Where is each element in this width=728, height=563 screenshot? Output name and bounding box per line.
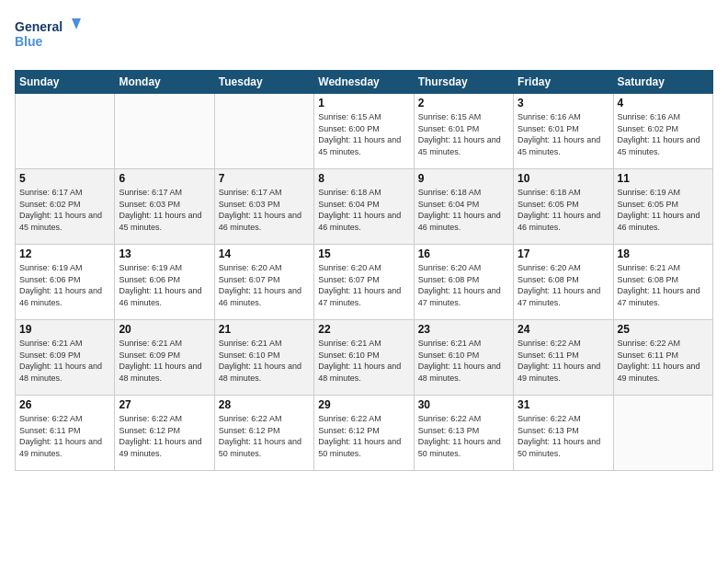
day-cell-w1-d3 xyxy=(214,94,313,169)
week-row-3: 12 Sunrise: 6:19 AMSunset: 6:06 PMDaylig… xyxy=(16,245,713,320)
day-number: 28 xyxy=(219,398,310,411)
calendar-header-row: SundayMondayTuesdayWednesdayThursdayFrid… xyxy=(16,71,713,94)
day-number: 5 xyxy=(19,172,110,185)
day-cell-w2-d4: 8 Sunrise: 6:18 AMSunset: 6:04 PMDayligh… xyxy=(314,169,414,245)
day-info: Sunrise: 6:19 AMSunset: 6:06 PMDaylight:… xyxy=(119,263,201,307)
day-info: Sunrise: 6:17 AMSunset: 6:03 PMDaylight:… xyxy=(119,188,201,232)
svg-marker-2 xyxy=(72,18,81,29)
day-number: 6 xyxy=(119,172,210,185)
header-thursday: Thursday xyxy=(414,71,513,94)
day-number: 26 xyxy=(19,398,110,411)
week-row-5: 26 Sunrise: 6:22 AMSunset: 6:11 PMDaylig… xyxy=(16,396,713,471)
day-number: 14 xyxy=(219,247,310,260)
day-info: Sunrise: 6:17 AMSunset: 6:02 PMDaylight:… xyxy=(19,188,102,232)
day-cell-w2-d6: 10 Sunrise: 6:18 AMSunset: 6:05 PMDaylig… xyxy=(514,169,613,245)
day-number: 30 xyxy=(418,398,509,411)
day-cell-w3-d7: 18 Sunrise: 6:21 AMSunset: 6:08 PMDaylig… xyxy=(613,245,712,320)
day-number: 15 xyxy=(318,247,409,260)
day-cell-w1-d7: 4 Sunrise: 6:16 AMSunset: 6:02 PMDayligh… xyxy=(613,94,712,169)
day-number: 10 xyxy=(518,172,609,185)
day-number: 4 xyxy=(618,97,709,109)
day-cell-w1-d4: 1 Sunrise: 6:15 AMSunset: 6:00 PMDayligh… xyxy=(314,94,414,169)
day-cell-w5-d6: 31 Sunrise: 6:22 AMSunset: 6:13 PMDaylig… xyxy=(514,396,613,471)
day-info: Sunrise: 6:22 AMSunset: 6:11 PMDaylight:… xyxy=(19,414,102,458)
day-number: 11 xyxy=(618,172,709,185)
day-number: 31 xyxy=(518,398,609,411)
day-cell-w3-d4: 15 Sunrise: 6:20 AMSunset: 6:07 PMDaylig… xyxy=(314,245,414,320)
day-info: Sunrise: 6:22 AMSunset: 6:12 PMDaylight:… xyxy=(219,414,301,458)
day-cell-w1-d1 xyxy=(16,94,115,169)
day-info: Sunrise: 6:22 AMSunset: 6:13 PMDaylight:… xyxy=(518,414,600,458)
day-number: 17 xyxy=(518,247,609,260)
day-cell-w4-d2: 20 Sunrise: 6:21 AMSunset: 6:09 PMDaylig… xyxy=(115,320,214,396)
header-friday: Friday xyxy=(514,71,613,94)
day-info: Sunrise: 6:22 AMSunset: 6:11 PMDaylight:… xyxy=(618,339,700,383)
day-cell-w4-d5: 23 Sunrise: 6:21 AMSunset: 6:10 PMDaylig… xyxy=(414,320,513,396)
day-info: Sunrise: 6:19 AMSunset: 6:06 PMDaylight:… xyxy=(19,263,102,307)
page: General Blue SundayMondayTuesdayWednesda… xyxy=(0,0,728,563)
header-saturday: Saturday xyxy=(613,71,712,94)
day-info: Sunrise: 6:16 AMSunset: 6:02 PMDaylight:… xyxy=(618,112,700,156)
day-number: 16 xyxy=(418,247,509,260)
day-number: 21 xyxy=(219,323,310,336)
day-info: Sunrise: 6:22 AMSunset: 6:11 PMDaylight:… xyxy=(518,339,600,383)
logo: General Blue xyxy=(15,15,88,61)
week-row-4: 19 Sunrise: 6:21 AMSunset: 6:09 PMDaylig… xyxy=(16,320,713,396)
day-info: Sunrise: 6:20 AMSunset: 6:07 PMDaylight:… xyxy=(318,263,401,307)
header-monday: Monday xyxy=(115,71,214,94)
day-info: Sunrise: 6:16 AMSunset: 6:01 PMDaylight:… xyxy=(518,112,600,156)
day-number: 9 xyxy=(418,172,509,185)
day-number: 29 xyxy=(318,398,409,411)
day-cell-w4-d1: 19 Sunrise: 6:21 AMSunset: 6:09 PMDaylig… xyxy=(16,320,115,396)
svg-text:Blue: Blue xyxy=(15,34,43,49)
day-cell-w5-d7 xyxy=(613,396,712,471)
day-cell-w3-d1: 12 Sunrise: 6:19 AMSunset: 6:06 PMDaylig… xyxy=(16,245,115,320)
day-number: 18 xyxy=(618,247,709,260)
day-number: 22 xyxy=(318,323,409,336)
day-info: Sunrise: 6:21 AMSunset: 6:09 PMDaylight:… xyxy=(119,339,201,383)
day-info: Sunrise: 6:21 AMSunset: 6:10 PMDaylight:… xyxy=(318,339,401,383)
day-info: Sunrise: 6:18 AMSunset: 6:04 PMDaylight:… xyxy=(318,188,401,232)
day-cell-w2-d2: 6 Sunrise: 6:17 AMSunset: 6:03 PMDayligh… xyxy=(115,169,214,245)
day-info: Sunrise: 6:19 AMSunset: 6:05 PMDaylight:… xyxy=(618,188,700,232)
day-number: 7 xyxy=(219,172,310,185)
day-cell-w4-d7: 25 Sunrise: 6:22 AMSunset: 6:11 PMDaylig… xyxy=(613,320,712,396)
day-cell-w4-d4: 22 Sunrise: 6:21 AMSunset: 6:10 PMDaylig… xyxy=(314,320,414,396)
day-info: Sunrise: 6:20 AMSunset: 6:07 PMDaylight:… xyxy=(219,263,301,307)
day-info: Sunrise: 6:22 AMSunset: 6:12 PMDaylight:… xyxy=(318,414,401,458)
day-info: Sunrise: 6:21 AMSunset: 6:10 PMDaylight:… xyxy=(219,339,301,383)
header: General Blue xyxy=(15,15,713,61)
day-cell-w3-d3: 14 Sunrise: 6:20 AMSunset: 6:07 PMDaylig… xyxy=(214,245,313,320)
day-info: Sunrise: 6:20 AMSunset: 6:08 PMDaylight:… xyxy=(518,263,600,307)
day-cell-w1-d2 xyxy=(115,94,214,169)
day-cell-w2-d3: 7 Sunrise: 6:17 AMSunset: 6:03 PMDayligh… xyxy=(214,169,313,245)
day-number: 1 xyxy=(318,97,409,109)
day-number: 24 xyxy=(518,323,609,336)
day-cell-w1-d6: 3 Sunrise: 6:16 AMSunset: 6:01 PMDayligh… xyxy=(514,94,613,169)
svg-text:General: General xyxy=(15,19,63,34)
day-cell-w3-d2: 13 Sunrise: 6:19 AMSunset: 6:06 PMDaylig… xyxy=(115,245,214,320)
day-cell-w5-d2: 27 Sunrise: 6:22 AMSunset: 6:12 PMDaylig… xyxy=(115,396,214,471)
header-sunday: Sunday xyxy=(16,71,115,94)
day-cell-w1-d5: 2 Sunrise: 6:15 AMSunset: 6:01 PMDayligh… xyxy=(414,94,513,169)
day-number: 25 xyxy=(618,323,709,336)
day-cell-w3-d5: 16 Sunrise: 6:20 AMSunset: 6:08 PMDaylig… xyxy=(414,245,513,320)
day-info: Sunrise: 6:21 AMSunset: 6:09 PMDaylight:… xyxy=(19,339,102,383)
day-number: 27 xyxy=(119,398,210,411)
day-cell-w4-d6: 24 Sunrise: 6:22 AMSunset: 6:11 PMDaylig… xyxy=(514,320,613,396)
day-cell-w5-d4: 29 Sunrise: 6:22 AMSunset: 6:12 PMDaylig… xyxy=(314,396,414,471)
day-info: Sunrise: 6:21 AMSunset: 6:10 PMDaylight:… xyxy=(418,339,501,383)
day-number: 2 xyxy=(418,97,509,109)
day-info: Sunrise: 6:21 AMSunset: 6:08 PMDaylight:… xyxy=(618,263,700,307)
day-cell-w2-d1: 5 Sunrise: 6:17 AMSunset: 6:02 PMDayligh… xyxy=(16,169,115,245)
week-row-2: 5 Sunrise: 6:17 AMSunset: 6:02 PMDayligh… xyxy=(16,169,713,245)
day-info: Sunrise: 6:18 AMSunset: 6:05 PMDaylight:… xyxy=(518,188,600,232)
day-number: 3 xyxy=(518,97,609,109)
day-cell-w2-d5: 9 Sunrise: 6:18 AMSunset: 6:04 PMDayligh… xyxy=(414,169,513,245)
calendar-table: SundayMondayTuesdayWednesdayThursdayFrid… xyxy=(15,70,713,471)
day-number: 19 xyxy=(19,323,110,336)
day-info: Sunrise: 6:22 AMSunset: 6:13 PMDaylight:… xyxy=(418,414,501,458)
day-number: 23 xyxy=(418,323,509,336)
logo-svg: General Blue xyxy=(15,15,88,61)
day-cell-w3-d6: 17 Sunrise: 6:20 AMSunset: 6:08 PMDaylig… xyxy=(514,245,613,320)
